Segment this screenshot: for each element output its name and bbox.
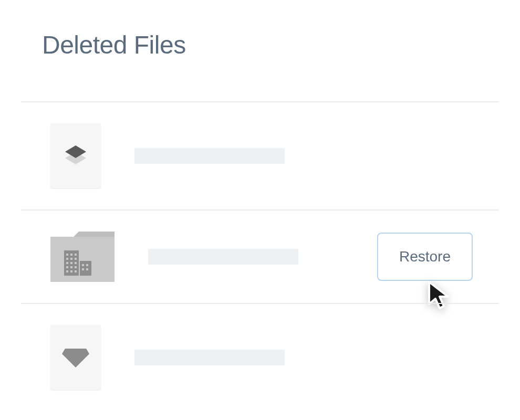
- svg-rect-21: [86, 264, 88, 266]
- list-item[interactable]: [21, 101, 499, 209]
- svg-rect-5: [66, 254, 68, 256]
- svg-rect-7: [75, 254, 77, 256]
- list-item[interactable]: [21, 303, 499, 411]
- svg-rect-9: [70, 258, 72, 260]
- svg-rect-19: [75, 270, 77, 272]
- svg-rect-8: [66, 258, 68, 260]
- file-thumbnail: [50, 325, 101, 390]
- svg-rect-6: [70, 254, 72, 256]
- svg-rect-4: [80, 261, 91, 276]
- filename-placeholder: [134, 148, 285, 164]
- svg-marker-24: [62, 349, 89, 368]
- svg-rect-23: [86, 268, 88, 270]
- svg-rect-22: [82, 268, 84, 270]
- svg-rect-20: [82, 264, 84, 266]
- svg-rect-11: [66, 262, 68, 264]
- svg-rect-16: [75, 266, 77, 268]
- layers-icon: [63, 144, 89, 167]
- diamond-icon: [62, 346, 89, 369]
- svg-rect-17: [66, 270, 68, 272]
- file-thumbnail: [50, 123, 101, 188]
- building-folder-icon: [50, 232, 115, 282]
- svg-rect-13: [75, 262, 77, 264]
- svg-marker-1: [65, 145, 86, 158]
- deleted-files-list: Restore: [21, 101, 499, 411]
- page-title: Deleted Files: [21, 30, 499, 59]
- list-item[interactable]: Restore: [21, 209, 499, 303]
- restore-button[interactable]: Restore: [377, 233, 473, 281]
- svg-rect-18: [70, 270, 72, 272]
- folder-thumbnail: [50, 232, 115, 282]
- filename-placeholder: [148, 249, 298, 265]
- svg-rect-15: [70, 266, 72, 268]
- svg-rect-14: [66, 266, 68, 268]
- svg-rect-10: [75, 258, 77, 260]
- filename-placeholder: [134, 350, 285, 365]
- svg-rect-12: [70, 262, 72, 264]
